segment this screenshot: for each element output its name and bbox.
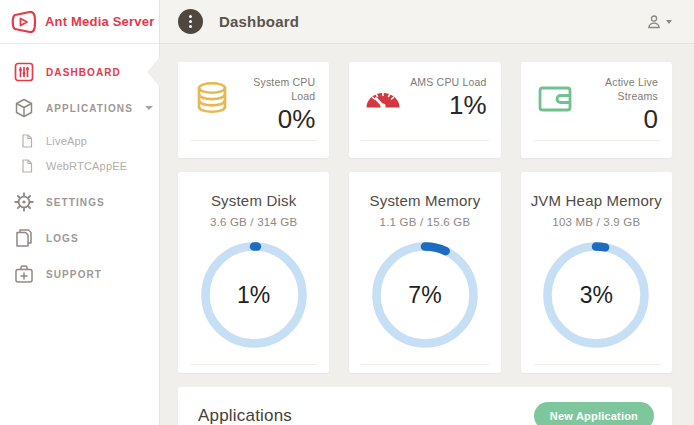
- sidebar-item-support[interactable]: SUPPORT: [0, 256, 159, 292]
- stat-label: AMS CPU Load: [410, 75, 487, 89]
- ant-media-logo-icon: [10, 11, 37, 33]
- sidebar-menu: DASHBOARD APPLICATIONS LiveApp: [0, 44, 159, 292]
- stat-label: Active Live Streams: [575, 75, 658, 103]
- sidebar-item-applications[interactable]: APPLICATIONS: [0, 90, 159, 126]
- gauges-row: System Disk 3.6 GB / 314 GB 1% System Me…: [178, 172, 672, 373]
- gear-icon: [14, 192, 34, 212]
- sidebar-item-liveapp[interactable]: LiveApp: [0, 128, 159, 153]
- card-divider: [533, 140, 660, 141]
- sidebar-item-dashboard[interactable]: DASHBOARD: [0, 54, 159, 90]
- card-divider: [190, 364, 317, 365]
- kebab-dot: [189, 25, 192, 28]
- active-item-arrow: [147, 57, 160, 87]
- card-divider: [361, 140, 488, 141]
- gauge-title: System Memory: [349, 192, 500, 209]
- stat-card-ams-cpu: AMS CPU Load 1%: [349, 62, 500, 158]
- gauge-percent-label: 7%: [372, 242, 478, 348]
- brand-logo[interactable]: Ant Media Server: [0, 0, 159, 44]
- database-icon: [192, 79, 232, 119]
- applications-cube-icon: [14, 98, 34, 118]
- new-application-button[interactable]: New Application: [534, 402, 654, 425]
- user-menu-button[interactable]: [646, 14, 672, 30]
- dashboard-sliders-icon: [14, 62, 34, 82]
- donut-gauge: 7%: [372, 242, 478, 348]
- gauge-subtitle: 1.1 GB / 15.6 GB: [349, 216, 500, 228]
- main-content: System CPU Load 0% AMS CPU Load 1%: [160, 44, 694, 425]
- stat-label: System CPU Load: [232, 75, 315, 103]
- user-icon: [646, 14, 662, 30]
- sidebar-item-label: SETTINGS: [46, 197, 105, 208]
- sidebar-item-logs[interactable]: LOGS: [0, 220, 159, 256]
- gauge-card-system-disk: System Disk 3.6 GB / 314 GB 1%: [178, 172, 329, 373]
- donut-gauge: 1%: [201, 242, 307, 348]
- brand-name: Ant Media Server: [45, 14, 154, 29]
- donut-gauge: 3%: [543, 242, 649, 348]
- applications-section: Applications New Application: [178, 387, 672, 425]
- chevron-down-icon: [666, 20, 672, 24]
- card-divider: [533, 364, 660, 365]
- sidebar-item-label: DASHBOARD: [46, 67, 121, 78]
- chevron-down-icon: [145, 106, 153, 110]
- gauge-icon: [363, 79, 403, 119]
- gauge-card-system-memory: System Memory 1.1 GB / 15.6 GB 7%: [349, 172, 500, 373]
- sidebar-item-webrtcappee[interactable]: WebRTCAppEE: [0, 153, 159, 178]
- gauge-subtitle: 103 MB / 3.9 GB: [521, 216, 672, 228]
- sidebar-item-label: LiveApp: [46, 135, 87, 147]
- wallet-icon: [535, 79, 575, 119]
- logs-pages-icon: [14, 228, 34, 248]
- applications-submenu: LiveApp WebRTCAppEE: [0, 126, 159, 184]
- stat-value: 0: [575, 104, 658, 135]
- stat-card-system-cpu: System CPU Load 0%: [178, 62, 329, 158]
- sidebar-item-label: SUPPORT: [46, 269, 102, 280]
- gauge-percent-label: 3%: [543, 242, 649, 348]
- card-divider: [190, 140, 317, 141]
- stat-card-active-streams: Active Live Streams 0: [521, 62, 672, 158]
- sidebar-item-settings[interactable]: SETTINGS: [0, 184, 159, 220]
- stats-row: System CPU Load 0% AMS CPU Load 1%: [178, 62, 672, 158]
- kebab-menu-button[interactable]: [178, 9, 203, 34]
- stat-value: 0%: [232, 104, 315, 135]
- topbar: Dashboard: [160, 0, 694, 44]
- sidebar-item-label: LOGS: [46, 233, 79, 244]
- stat-value: 1%: [410, 90, 487, 121]
- sidebar-item-label: WebRTCAppEE: [46, 160, 127, 172]
- kebab-dot: [189, 15, 192, 18]
- applications-heading: Applications: [198, 406, 292, 425]
- card-divider: [361, 364, 488, 365]
- sidebar-item-label: APPLICATIONS: [46, 103, 133, 114]
- gauge-title: JVM Heap Memory: [521, 192, 672, 209]
- gauge-subtitle: 3.6 GB / 314 GB: [178, 216, 329, 228]
- gauge-card-jvm-heap: JVM Heap Memory 103 MB / 3.9 GB 3%: [521, 172, 672, 373]
- support-kit-icon: [14, 264, 34, 284]
- gauge-percent-label: 1%: [201, 242, 307, 348]
- file-icon: [20, 159, 34, 173]
- sidebar: Ant Media Server DASHBOARD APPLICATIONS: [0, 0, 160, 425]
- page-title: Dashboard: [219, 13, 299, 30]
- kebab-dot: [189, 20, 192, 23]
- gauge-title: System Disk: [178, 192, 329, 209]
- file-icon: [20, 134, 34, 148]
